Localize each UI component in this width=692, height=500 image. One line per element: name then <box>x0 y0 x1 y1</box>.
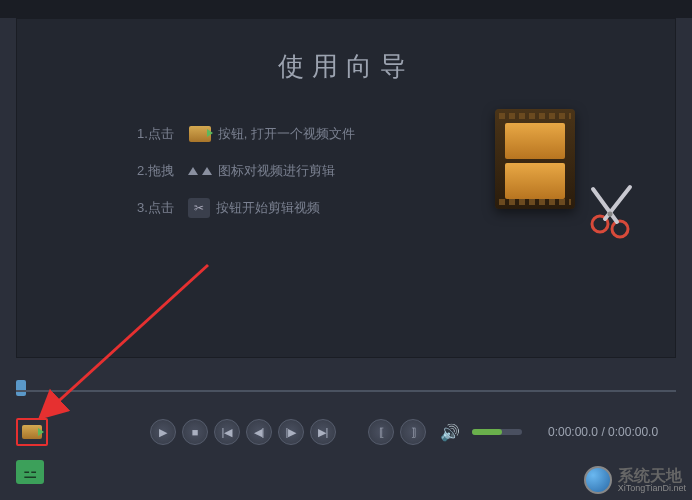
step-3-suffix: 按钮开始剪辑视频 <box>216 199 320 217</box>
total-time: 0:00:00.0 <box>608 425 658 439</box>
timeline-track[interactable] <box>16 390 676 392</box>
folder-icon <box>22 425 42 439</box>
stop-button[interactable]: ■ <box>182 419 208 445</box>
expand-button[interactable]: ⚍ <box>16 460 44 484</box>
trim-handles-icon <box>188 167 212 175</box>
playhead-marker[interactable] <box>16 380 26 396</box>
volume-slider[interactable] <box>472 429 522 435</box>
volume-fill <box>472 429 502 435</box>
time-display: 0:00:00.0 / 0:00:00.0 <box>548 425 658 439</box>
step-2-suffix: 图标对视频进行剪辑 <box>218 162 335 180</box>
current-time: 0:00:00.0 <box>548 425 598 439</box>
prev-frame-button[interactable]: ◀| <box>246 419 272 445</box>
title-bar <box>0 0 692 18</box>
wizard-panel: 使用向导 1.点击 按钮, 打开一个视频文件 2.拖拽 图标对视频进行剪辑 3.… <box>16 18 676 358</box>
film-scissors-illustration <box>495 109 615 229</box>
volume-icon[interactable]: 🔊 <box>440 423 460 442</box>
open-file-icon <box>188 124 212 144</box>
open-file-button[interactable] <box>16 418 48 446</box>
next-button[interactable]: ▶| <box>310 419 336 445</box>
watermark-url: XiTongTianDi.net <box>618 484 686 493</box>
watermark-name: 系统天地 <box>618 468 686 484</box>
watermark: 系统天地 XiTongTianDi.net <box>584 466 686 494</box>
playback-controls: ▶ ■ |◀ ◀| |▶ ▶| ⟦ ⟧ 🔊 0:00:00.0 / 0:00:0… <box>0 410 692 454</box>
step-1-suffix: 按钮, 打开一个视频文件 <box>218 125 355 143</box>
mark-out-button[interactable]: ⟧ <box>400 419 426 445</box>
svg-point-4 <box>608 212 613 217</box>
prev-button[interactable]: |◀ <box>214 419 240 445</box>
step-1-prefix: 1.点击 <box>137 125 174 143</box>
scissors-icon <box>585 179 645 239</box>
mark-in-button[interactable]: ⟦ <box>368 419 394 445</box>
play-button[interactable]: ▶ <box>150 419 176 445</box>
svg-point-1 <box>612 221 628 237</box>
cut-icon: ✂ <box>188 198 210 218</box>
timeline[interactable] <box>16 370 676 410</box>
step-3-prefix: 3.点击 <box>137 199 174 217</box>
next-frame-button[interactable]: |▶ <box>278 419 304 445</box>
watermark-logo <box>584 466 612 494</box>
wizard-title: 使用向导 <box>37 49 655 84</box>
step-2-prefix: 2.拖拽 <box>137 162 174 180</box>
